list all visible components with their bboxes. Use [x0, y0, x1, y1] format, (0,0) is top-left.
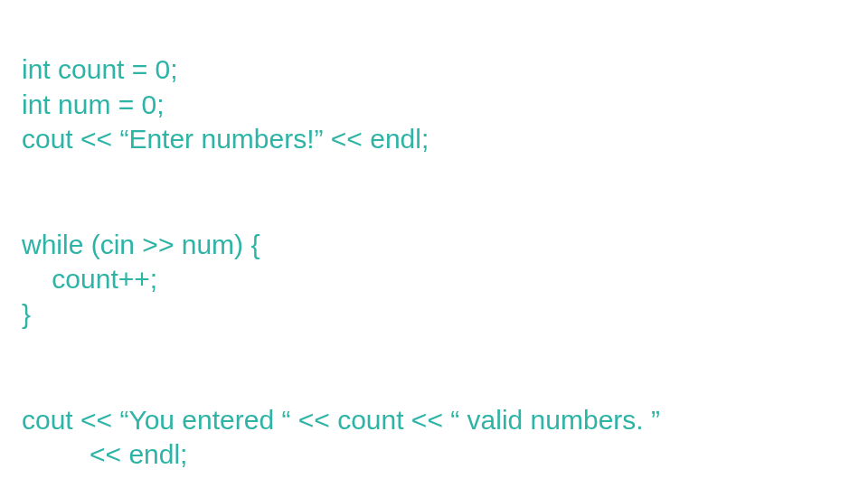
code-line: << endl;	[22, 439, 187, 469]
code-paragraph-2: while (cin >> num) { count++; }	[22, 193, 846, 333]
code-line: int count = 0;	[22, 54, 178, 84]
code-slide: int count = 0; int num = 0; cout << “Ent…	[0, 0, 868, 488]
code-line: while (cin >> num) {	[22, 230, 259, 259]
code-line: count++;	[22, 264, 157, 294]
code-line: int num = 0;	[22, 89, 165, 119]
code-paragraph-1: int count = 0; int num = 0; cout << “Ent…	[22, 18, 846, 157]
code-paragraph-3: cout << “You entered “ << count << “ val…	[22, 368, 846, 472]
code-line: cout << “Enter numbers!” << endl;	[22, 124, 429, 154]
code-line: }	[22, 299, 31, 329]
code-line: cout << “You entered “ << count << “ val…	[22, 405, 660, 435]
